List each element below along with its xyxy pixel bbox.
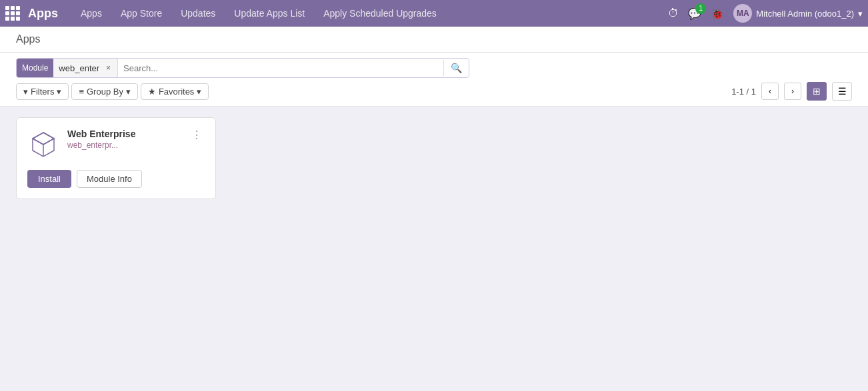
card-actions: Install Module Info [27, 170, 205, 188]
filters-label: Filters [31, 87, 54, 97]
install-button[interactable]: Install [27, 170, 71, 188]
controls-left: ▾ Filters ▾ ≡ Group By ▾ ★ Favorites ▾ [16, 83, 209, 100]
top-navigation: Apps Apps App Store Updates Update Apps … [0, 0, 868, 27]
svg-marker-1 [33, 133, 54, 145]
favorites-star-icon: ★ [148, 87, 156, 97]
search-tag-module: Module web_enter × [17, 59, 118, 77]
card-tech-name: web_enterpr... [67, 141, 181, 150]
module-info-button[interactable]: Module Info [77, 170, 142, 188]
search-tag-value: web_enter × [53, 62, 117, 75]
list-view-icon: ☰ [838, 86, 847, 97]
favorites-label: Favorites [159, 87, 194, 97]
chat-badge: 1 [695, 3, 706, 14]
breadcrumb: Apps [16, 33, 40, 45]
nav-link-app-store[interactable]: App Store [111, 0, 171, 27]
nav-link-updates[interactable]: Updates [171, 0, 225, 27]
grid-view-icon: ⊞ [813, 86, 821, 97]
favorites-arrow: ▾ [197, 87, 201, 97]
search-row: Module web_enter × 🔍 [0, 53, 868, 78]
breadcrumb-bar: Apps [0, 27, 868, 53]
groupby-label: Group By [87, 87, 123, 97]
chat-notification[interactable]: 💬 1 [688, 7, 701, 20]
app-switcher[interactable] [5, 6, 20, 21]
search-input[interactable] [118, 61, 443, 76]
card-app-name: Web Enterprise [67, 129, 181, 139]
svg-line-3 [33, 139, 43, 145]
main-content: Web Enterprise web_enterpr... ⋮ Install … [0, 107, 868, 390]
avatar: MA [733, 4, 752, 23]
filters-button[interactable]: ▾ Filters ▾ [16, 83, 69, 100]
pagination-next[interactable]: › [784, 83, 801, 100]
groupby-icon: ≡ [79, 87, 84, 97]
search-box: Module web_enter × 🔍 [16, 58, 469, 78]
filter-funnel-icon: ▾ [23, 87, 28, 97]
svg-line-4 [43, 139, 54, 145]
clock-icon[interactable]: ⏱ [668, 7, 679, 19]
bug-icon[interactable]: 🐞 [711, 7, 724, 20]
filter-row: ▾ Filters ▾ ≡ Group By ▾ ★ Favorites ▾ 1… [0, 78, 868, 106]
filters-arrow: ▾ [57, 87, 61, 97]
app-card-web-enterprise: Web Enterprise web_enterpr... ⋮ Install … [16, 117, 216, 199]
card-top: Web Enterprise web_enterpr... ⋮ [27, 129, 205, 161]
app-icon [27, 129, 59, 161]
user-name: Mitchell Admin (odoo1_2) [756, 9, 854, 19]
groupby-arrow: ▾ [126, 87, 131, 97]
topnav-right: ⏱ 💬 1 🐞 MA Mitchell Admin (odoo1_2) ▾ [668, 4, 863, 23]
card-kebab-menu[interactable]: ⋮ [189, 129, 205, 141]
controls-right: 1-1 / 1 ‹ › ⊞ ☰ [731, 82, 852, 101]
app-title: Apps [28, 7, 58, 21]
view-grid-button[interactable]: ⊞ [807, 82, 827, 101]
grid-icon [5, 6, 20, 21]
search-tag-close[interactable]: × [102, 63, 115, 73]
card-info: Web Enterprise web_enterpr... [67, 129, 181, 150]
user-dropdown-arrow: ▾ [858, 9, 863, 19]
search-tag-label: Module [17, 59, 53, 77]
nav-link-update-apps-list[interactable]: Update Apps List [225, 0, 314, 27]
search-controls: Module web_enter × 🔍 ▾ Filters ▾ ≡ Group… [0, 53, 868, 107]
groupby-button[interactable]: ≡ Group By ▾ [71, 83, 138, 100]
user-menu[interactable]: MA Mitchell Admin (odoo1_2) ▾ [733, 4, 863, 23]
nav-links: Apps App Store Updates Update Apps List … [71, 0, 446, 27]
favorites-button[interactable]: ★ Favorites ▾ [141, 83, 209, 100]
pagination-prev[interactable]: ‹ [761, 83, 779, 100]
search-button[interactable]: 🔍 [443, 60, 469, 76]
nav-link-apps[interactable]: Apps [71, 0, 111, 27]
pagination-info: 1-1 / 1 [731, 87, 756, 97]
nav-link-apply-upgrades[interactable]: Apply Scheduled Upgrades [314, 0, 446, 27]
view-list-button[interactable]: ☰ [832, 82, 852, 101]
